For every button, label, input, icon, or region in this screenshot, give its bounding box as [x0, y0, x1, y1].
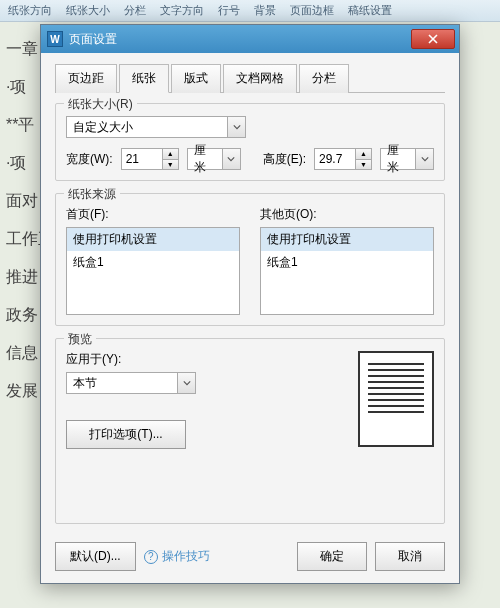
tab-margins[interactable]: 页边距 — [55, 64, 117, 93]
cancel-button[interactable]: 取消 — [375, 542, 445, 571]
chevron-down-icon — [415, 149, 433, 169]
other-pages-listbox[interactable]: 使用打印机设置 纸盒1 — [260, 227, 434, 315]
chevron-down-icon — [177, 373, 195, 393]
print-options-button[interactable]: 打印选项(T)... — [66, 420, 186, 449]
list-item[interactable]: 纸盒1 — [67, 251, 239, 274]
page-setup-dialog: W 页面设置 页边距 纸张 版式 文档网格 分栏 纸张大小(R) 自定义大小 宽… — [40, 24, 460, 584]
ok-button[interactable]: 确定 — [297, 542, 367, 571]
chevron-down-icon — [222, 149, 240, 169]
width-unit-combo[interactable]: 厘米 — [187, 148, 241, 170]
width-label: 宽度(W): — [66, 151, 113, 168]
dialog-title: 页面设置 — [69, 31, 411, 48]
tab-docgrid[interactable]: 文档网格 — [223, 64, 297, 93]
apply-to-label: 应用于(Y): — [66, 351, 338, 368]
titlebar: W 页面设置 — [41, 25, 459, 53]
app-icon: W — [47, 31, 63, 47]
apply-to-combo[interactable]: 本节 — [66, 372, 196, 394]
paper-source-legend: 纸张来源 — [64, 186, 120, 203]
paper-size-value: 自定义大小 — [67, 119, 227, 136]
height-unit-combo[interactable]: 厘米 — [380, 148, 434, 170]
height-value: 29.7 — [315, 149, 355, 169]
spinner-arrows[interactable]: ▲▼ — [162, 149, 178, 169]
tab-columns[interactable]: 分栏 — [299, 64, 349, 93]
list-item[interactable]: 使用打印机设置 — [261, 228, 433, 251]
close-button[interactable] — [411, 29, 455, 49]
close-icon — [428, 34, 438, 44]
chevron-down-icon — [227, 117, 245, 137]
other-pages-label: 其他页(O): — [260, 206, 434, 223]
width-value: 21 — [122, 149, 162, 169]
page-preview — [358, 351, 434, 447]
width-spinner[interactable]: 21 ▲▼ — [121, 148, 179, 170]
spinner-arrows[interactable]: ▲▼ — [355, 149, 371, 169]
tabs: 页边距 纸张 版式 文档网格 分栏 — [55, 63, 445, 93]
tab-layout[interactable]: 版式 — [171, 64, 221, 93]
preview-legend: 预览 — [64, 331, 96, 348]
first-page-label: 首页(F): — [66, 206, 240, 223]
paper-size-combo[interactable]: 自定义大小 — [66, 116, 246, 138]
list-item[interactable]: 纸盒1 — [261, 251, 433, 274]
paper-size-group: 纸张大小(R) 自定义大小 宽度(W): 21 ▲▼ 厘米 高度(E): — [55, 103, 445, 181]
preview-group: 预览 应用于(Y): 本节 打印选项(T)... — [55, 338, 445, 524]
height-spinner[interactable]: 29.7 ▲▼ — [314, 148, 372, 170]
height-label: 高度(E): — [263, 151, 306, 168]
default-button[interactable]: 默认(D)... — [55, 542, 136, 571]
dialog-footer: 默认(D)... ? 操作技巧 确定 取消 — [55, 536, 445, 571]
tab-paper[interactable]: 纸张 — [119, 64, 169, 93]
paper-size-legend: 纸张大小(R) — [64, 96, 137, 113]
help-icon: ? — [144, 550, 158, 564]
paper-source-group: 纸张来源 首页(F): 使用打印机设置 纸盒1 其他页(O): 使用打印机设置 … — [55, 193, 445, 326]
tips-link[interactable]: ? 操作技巧 — [144, 548, 210, 565]
first-page-listbox[interactable]: 使用打印机设置 纸盒1 — [66, 227, 240, 315]
list-item[interactable]: 使用打印机设置 — [67, 228, 239, 251]
